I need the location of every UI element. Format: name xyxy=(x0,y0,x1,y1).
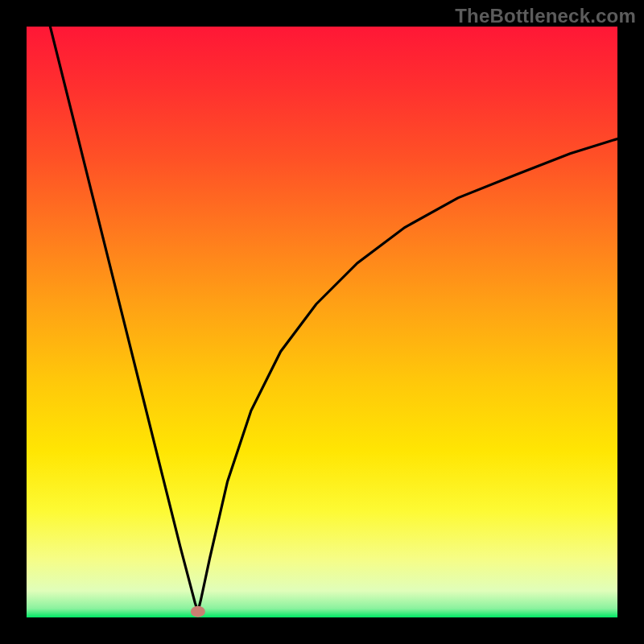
gradient-background xyxy=(27,27,617,617)
plot-area xyxy=(27,27,617,617)
chart-container: TheBottleneck.com xyxy=(0,0,644,644)
chart-svg xyxy=(27,27,617,617)
watermark-text: TheBottleneck.com xyxy=(455,5,636,27)
minimum-marker xyxy=(191,606,205,617)
